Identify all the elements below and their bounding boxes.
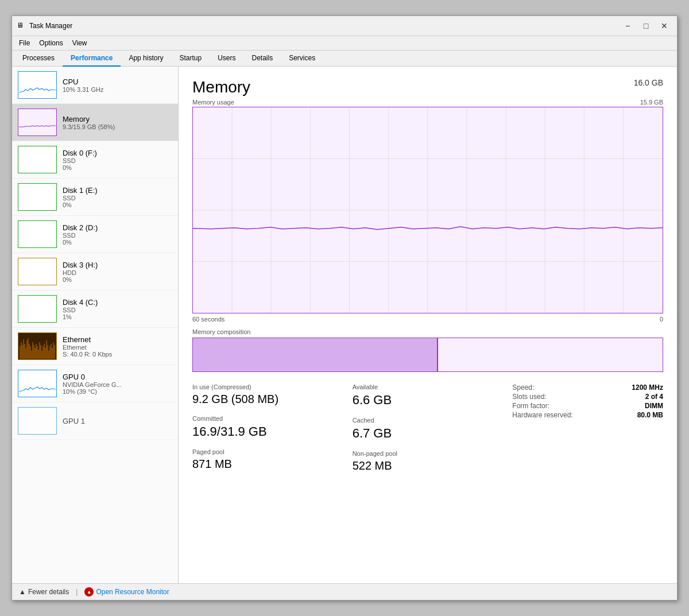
- titlebar: 🖥 Task Manager − □ ✕: [12, 16, 677, 36]
- tab-startup[interactable]: Startup: [171, 51, 210, 67]
- gpu0-info: GPU 0 NVIDIA GeForce G... 10% (39 °C): [63, 373, 122, 395]
- sidebar-item-disk4[interactable]: Disk 4 (C:) SSD 1%: [12, 290, 178, 328]
- available-label: Available: [353, 383, 504, 390]
- fewer-details-icon: ▲: [19, 588, 26, 596]
- gpu1-thumbnail: [18, 407, 57, 435]
- composition-label: Memory composition: [192, 328, 663, 335]
- form-label: Form factor:: [512, 402, 549, 410]
- disk2-info: Disk 2 (D:) SSD 0%: [63, 223, 98, 246]
- in-use-value: 9.2 GB (508 MB): [192, 393, 343, 406]
- gpu0-name: GPU 0: [63, 373, 122, 381]
- disk0-pct: 0%: [63, 164, 97, 171]
- disk0-type: SSD: [63, 157, 97, 164]
- tab-details[interactable]: Details: [243, 51, 281, 67]
- maximize-button[interactable]: □: [638, 20, 654, 32]
- cached-value: 6.7 GB: [353, 426, 504, 441]
- paged-label: Paged pool: [192, 448, 343, 455]
- stats-grid: In use (Compressed) 9.2 GB (508 MB) Comm…: [192, 383, 663, 472]
- tab-processes[interactable]: Processes: [14, 51, 63, 67]
- sidebar-item-disk3[interactable]: Disk 3 (H:) HDD 0%: [12, 253, 178, 290]
- gpu1-name: GPU 1: [63, 417, 85, 425]
- tab-services[interactable]: Services: [281, 51, 323, 67]
- cpu-stats: 10% 3.31 GHz: [63, 86, 104, 93]
- ethernet-name: Ethernet: [63, 335, 112, 344]
- committed-label: Committed: [192, 415, 343, 422]
- nonpaged-label: Non-paged pool: [353, 450, 504, 457]
- memory-usage-label: Memory usage: [192, 99, 234, 106]
- stats-col3: Speed: 1200 MHz Slots used: 2 of 4 Form …: [512, 383, 663, 472]
- form-row: Form factor: DIMM: [512, 402, 663, 410]
- footer-divider: |: [76, 588, 78, 596]
- tab-performance[interactable]: Performance: [63, 51, 121, 67]
- disk4-name: Disk 4 (C:): [63, 298, 98, 307]
- sidebar-item-ethernet[interactable]: Ethernet Ethernet S: 40.0 R: 0 Kbps: [12, 328, 178, 365]
- sidebar-item-gpu1[interactable]: GPU 1: [12, 402, 178, 440]
- chart-label-row: Memory usage 15.9 GB: [192, 99, 663, 106]
- disk2-pct: 0%: [63, 239, 98, 246]
- slots-row: Slots used: 2 of 4: [512, 393, 663, 401]
- gpu1-info: GPU 1: [63, 417, 85, 425]
- slots-value: 2 of 4: [645, 393, 663, 401]
- disk4-pct: 1%: [63, 313, 98, 320]
- ethernet-speed: S: 40.0 R: 0 Kbps: [63, 351, 112, 358]
- fewer-details-label: Fewer details: [28, 588, 69, 596]
- menu-file[interactable]: File: [14, 37, 34, 49]
- app-icon: 🖥: [17, 21, 26, 30]
- cached-label: Cached: [353, 417, 504, 424]
- disk1-type: SSD: [63, 195, 98, 202]
- in-use-group: In use (Compressed) 9.2 GB (508 MB): [192, 383, 343, 406]
- fewer-details-button[interactable]: ▲ Fewer details: [19, 588, 69, 596]
- tab-app-history[interactable]: App history: [121, 51, 171, 67]
- sidebar-item-memory[interactable]: Memory 9.3/15.9 GB (58%): [12, 104, 178, 141]
- minimize-button[interactable]: −: [620, 20, 636, 32]
- memory-thumbnail: [18, 109, 57, 136]
- cpu-thumbnail: [18, 71, 57, 99]
- menubar: File Options View: [12, 36, 677, 51]
- chart-time-row: 60 seconds 0: [192, 316, 663, 323]
- cpu-name: CPU: [63, 78, 104, 86]
- disk3-pct: 0%: [63, 276, 98, 283]
- committed-value: 16.9/31.9 GB: [192, 424, 343, 439]
- sidebar-item-gpu0[interactable]: GPU 0 NVIDIA GeForce G... 10% (39 °C): [12, 365, 178, 402]
- nonpaged-group: Non-paged pool 522 MB: [353, 450, 504, 472]
- gpu0-stats: 10% (39 °C): [63, 388, 122, 395]
- nonpaged-value: 522 MB: [353, 459, 504, 472]
- available-value: 6.6 GB: [353, 393, 504, 408]
- stats-col2: Available 6.6 GB Cached 6.7 GB Non-paged…: [353, 383, 504, 472]
- composition-used: [193, 338, 437, 371]
- disk2-thumbnail: [18, 220, 57, 248]
- resource-monitor-icon: ●: [84, 587, 94, 596]
- memory-stats: 9.3/15.9 GB (58%): [63, 123, 115, 130]
- available-group: Available 6.6 GB: [353, 383, 504, 408]
- in-use-label: In use (Compressed): [192, 383, 343, 390]
- disk3-name: Disk 3 (H:): [63, 261, 98, 269]
- ethernet-info: Ethernet Ethernet S: 40.0 R: 0 Kbps: [63, 335, 112, 358]
- disk4-type: SSD: [63, 307, 98, 313]
- main-total: 16.0 GB: [634, 78, 663, 87]
- tab-users[interactable]: Users: [210, 51, 243, 67]
- disk4-info: Disk 4 (C:) SSD 1%: [63, 298, 98, 320]
- open-resource-monitor-link[interactable]: Open Resource Monitor: [96, 588, 169, 596]
- menu-view[interactable]: View: [68, 37, 92, 49]
- speed-row: Speed: 1200 MHz: [512, 383, 663, 392]
- composition-bar: [192, 338, 663, 372]
- sidebar-item-disk1[interactable]: Disk 1 (E:) SSD 0%: [12, 179, 178, 216]
- disk1-thumbnail: [18, 183, 57, 211]
- committed-group: Committed 16.9/31.9 GB: [192, 415, 343, 439]
- sidebar-item-cpu[interactable]: CPU 10% 3.31 GHz: [12, 67, 178, 104]
- speed-label: Speed:: [512, 383, 534, 392]
- window-title: Task Manager: [29, 22, 620, 30]
- sidebar-item-disk0[interactable]: Disk 0 (F:) SSD 0%: [12, 141, 178, 179]
- main-title: Memory: [192, 78, 250, 96]
- speed-value: 1200 MHz: [632, 383, 663, 392]
- disk0-name: Disk 0 (F:): [63, 149, 97, 157]
- menu-options[interactable]: Options: [34, 37, 67, 49]
- memory-name: Memory: [63, 115, 115, 123]
- window-controls: − □ ✕: [620, 20, 672, 32]
- composition-divider: [437, 338, 438, 371]
- svg-rect-0: [19, 110, 56, 135]
- paged-group: Paged pool 871 MB: [192, 448, 343, 471]
- sidebar-item-disk2[interactable]: Disk 2 (D:) SSD 0%: [12, 216, 178, 253]
- content-area: CPU 10% 3.31 GHz Memory 9.3/15.9 GB (58%…: [12, 67, 677, 583]
- close-button[interactable]: ✕: [656, 20, 672, 32]
